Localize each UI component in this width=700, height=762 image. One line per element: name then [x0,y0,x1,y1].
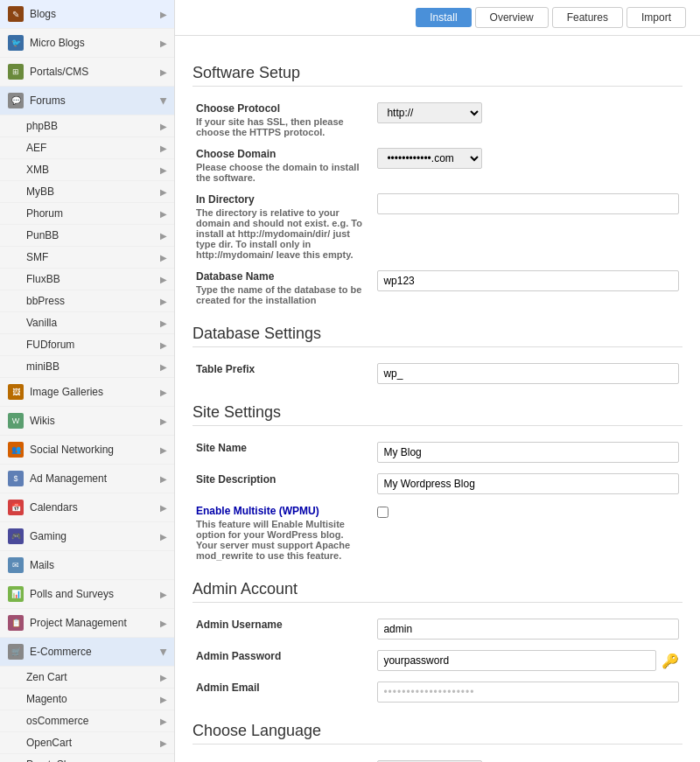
sidebar-subitem-vanilla[interactable]: Vanilla▶ [0,312,174,334]
content-area: Software Setup Choose Protocol If your s… [175,36,700,762]
sidebar-item-social-networking[interactable]: 👥 Social Networking ▶ [0,436,174,465]
sidebar-item-portals[interactable]: ⊞ Portals/CMS ▶ [0,58,174,87]
table-prefix-input[interactable]: wp_ [377,363,679,384]
sidebar-item-calendars[interactable]: 📅 Calendars ▶ [0,493,174,522]
admin-password-label: Admin Password [196,650,370,662]
portals-icon: ⊞ [7,63,24,80]
sidebar-item-label: Image Galleries [30,386,160,398]
admin-password-input[interactable]: yourpassword [377,650,656,671]
import-tab-button[interactable]: Import [626,7,686,28]
admin-email-label: Admin Email [196,682,370,694]
sidebar-item-blogs[interactable]: ✎ Blogs ▶ [0,0,174,29]
admanage-icon: $ [7,470,24,487]
arrow-icon: ▶ [160,619,167,628]
sidebar-subitem-phorum[interactable]: Phorum▶ [0,203,174,225]
domain-select[interactable]: ••••••••••••.com [377,148,482,169]
directory-label: In Directory [196,193,370,206]
arrow-icon: ▶ [160,590,167,599]
sidebar-subitem-smf[interactable]: SMF▶ [0,247,174,269]
sidebar-item-microblogs[interactable]: 🐦 Micro Blogs ▶ [0,29,174,58]
sidebar-subitem-punbb[interactable]: PunBB▶ [0,225,174,247]
key-icon[interactable]: 🔑 [662,653,679,669]
sidebar-item-image-galleries[interactable]: 🖼 Image Galleries ▶ [0,378,174,407]
sidebar-item-wikis[interactable]: W Wikis ▶ [0,407,174,436]
mails-icon: ✉ [7,556,24,574]
sidebar-subitem-oscommerce[interactable]: osCommerce▶ [0,710,174,732]
sidebar-item-project-management[interactable]: 📋 Project Management ▶ [0,609,174,638]
arrow-icon: ▶ [160,388,167,397]
site-name-input[interactable]: My Blog [377,442,679,463]
topbar: Install Overview Features Import [175,0,700,36]
sidebar-subitem-magento[interactable]: Magento▶ [0,689,174,710]
sidebar-subitem-mybb[interactable]: MyBB▶ [0,181,174,203]
sidebar-item-label: Forums [30,94,160,107]
sidebar-subitem-fluxbb[interactable]: FluxBB▶ [0,269,174,290]
software-setup-title: Software Setup [192,64,682,87]
main-content: Install Overview Features Import Softwar… [175,0,700,762]
calendars-icon: 📅 [7,499,24,516]
sidebar-item-label: Social Networking [30,444,160,456]
protocol-desc: If your site has SSL, then please choose… [196,116,370,137]
sidebar-subitem-opencart[interactable]: OpenCart▶ [0,732,174,754]
protocol-select[interactable]: http:// https:// [377,102,482,123]
admin-password-row: Admin Password yourpassword 🔑 [192,645,682,676]
admin-account-title: Admin Account [192,580,682,603]
sidebar-subitem-bbpress[interactable]: bbPress▶ [0,290,174,312]
social-icon: 👥 [7,441,24,458]
wikis-icon: W [7,412,24,430]
protocol-row: Choose Protocol If your site has SSL, th… [192,97,682,143]
sidebar-item-forums[interactable]: 💬 Forums ▶ [0,87,174,115]
sidebar-item-label: Portals/CMS [30,66,160,78]
sidebar-subitem-aef[interactable]: AEF▶ [0,137,174,159]
sidebar-item-label: E-Commerce [30,646,160,658]
multisite-desc: This feature will Enable Multisite optio… [196,519,370,561]
arrow-icon: ▶ [160,10,167,19]
site-settings-table: Site Name My Blog Site Description My Wo… [192,437,682,566]
sidebar-item-ecommerce[interactable]: 🛒 E-Commerce ▶ [0,638,174,667]
sidebar-subitem-zencart[interactable]: Zen Cart▶ [0,667,174,689]
install-tab-button[interactable]: Install [416,8,471,27]
sidebar-item-label: Blogs [30,8,160,20]
sidebar-item-label: Wikis [30,415,160,427]
project-icon: 📋 [7,614,24,632]
select-language-row: Select Language English Spanish French G… [192,755,682,762]
software-setup-table: Choose Protocol If your site has SSL, th… [192,97,682,311]
arrow-icon: ▶ [160,416,167,426]
sidebar-subitem-prestashop[interactable]: PrestaShop▶ [0,754,174,762]
sidebar-item-mails[interactable]: ✉ Mails [0,551,174,580]
sidebar-item-polls-surveys[interactable]: 📊 Polls and Surveys ▶ [0,580,174,609]
features-tab-button[interactable]: Features [552,7,623,28]
database-name-input[interactable]: wp123 [377,270,679,291]
arrow-icon: ▶ [159,648,169,655]
microblogs-icon: 🐦 [7,34,24,52]
sidebar-item-label: Ad Management [30,472,160,485]
multisite-checkbox[interactable] [377,507,388,518]
site-name-label: Site Name [196,442,370,454]
sidebar-subitem-xmb[interactable]: XMB▶ [0,159,174,181]
arrow-icon: ▶ [160,67,167,77]
database-name-label: Database Name [196,270,370,283]
sidebar-item-label: Mails [30,559,167,571]
admin-email-input[interactable] [377,682,679,703]
overview-tab-button[interactable]: Overview [475,7,549,28]
site-description-input[interactable]: My Wordpress Blog [377,473,679,494]
sidebar-subitem-fudforum[interactable]: FUDforum▶ [0,334,174,356]
admin-username-input[interactable]: admin [377,619,679,640]
directory-input[interactable] [377,193,679,214]
database-name-row: Database Name Type the name of the datab… [192,265,682,311]
sidebar-item-gaming[interactable]: 🎮 Gaming ▶ [0,522,174,551]
multisite-label: Enable Multisite (WPMU) [196,505,370,517]
admin-username-row: Admin Username admin [192,613,682,645]
site-name-row: Site Name My Blog [192,437,682,468]
arrow-icon: ▶ [160,532,167,542]
table-prefix-row: Table Prefix wp_ [192,358,682,389]
domain-desc: Please choose the domain to install the … [196,162,370,183]
sidebar-subitem-phpbb[interactable]: phpBB▶ [0,115,174,137]
admin-email-row: Admin Email [192,676,682,708]
sidebar-item-ad-management[interactable]: $ Ad Management ▶ [0,465,174,493]
sidebar-subitem-minibb[interactable]: miniBB▶ [0,356,174,378]
directory-desc: The directory is relative to your domain… [196,207,370,260]
gaming-icon: 🎮 [7,528,24,545]
arrow-icon: ▶ [160,445,167,455]
table-prefix-label: Table Prefix [196,363,370,375]
